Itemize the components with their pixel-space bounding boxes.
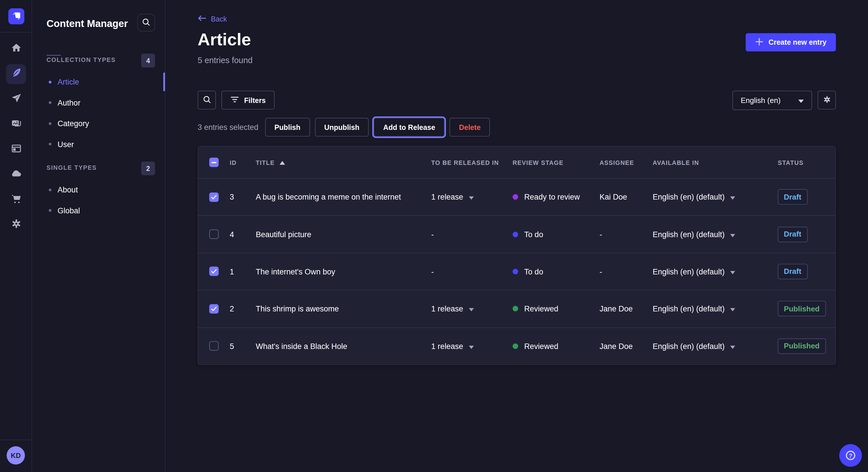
sidebar-item-marketplace[interactable]: [6, 190, 26, 209]
status-badge: Published: [778, 338, 826, 354]
status-badge: Draft: [778, 189, 807, 205]
bullet-icon: [49, 189, 52, 191]
sidebar-item-releases[interactable]: [6, 89, 26, 109]
row-checkbox[interactable]: [209, 341, 219, 351]
sidebar-item-content-manager[interactable]: [6, 64, 26, 84]
sidebar-item-media-library[interactable]: [6, 114, 26, 134]
nav-item-label: Category: [58, 119, 89, 128]
avatar[interactable]: KD: [7, 446, 25, 465]
chevron-down-icon: [730, 267, 735, 276]
sidebar-item-deploy-cloud[interactable]: [6, 165, 26, 184]
sidebar-item-category[interactable]: Category: [32, 114, 166, 133]
single-types-list: About Global: [32, 180, 166, 220]
sidebar-item-home[interactable]: [6, 39, 26, 59]
stage-dot: [513, 231, 518, 237]
publish-button[interactable]: Publish: [265, 118, 310, 137]
cell-assignee: -: [600, 267, 653, 276]
nav-item-label: About: [58, 185, 78, 194]
cell-review-stage: Reviewed: [513, 304, 600, 313]
table-row[interactable]: 4 Beautiful picture - To do - English (e…: [198, 215, 835, 252]
view-settings-button[interactable]: [817, 91, 836, 109]
stage-dot: [513, 343, 518, 349]
delete-button[interactable]: Delete: [450, 118, 490, 137]
cell-release[interactable]: 1 release: [431, 304, 513, 313]
chevron-down-icon: [798, 96, 804, 105]
sidebar-item-settings[interactable]: [6, 215, 26, 235]
question-icon: ?: [846, 451, 856, 460]
chevron-down-icon: [730, 230, 735, 239]
rail-divider: [0, 32, 32, 33]
create-new-entry-button[interactable]: Create new entry: [746, 33, 836, 52]
rail-nav: [6, 39, 26, 235]
cell-available-in[interactable]: English (en) (default): [653, 230, 778, 239]
filter-icon: [230, 96, 239, 104]
cell-release[interactable]: 1 release: [431, 341, 513, 350]
select-all-checkbox[interactable]: [209, 158, 219, 167]
cell-assignee: -: [600, 230, 653, 239]
filters-button[interactable]: Filters: [221, 91, 274, 109]
chevron-down-icon: [730, 341, 735, 350]
cell-title: Beautiful picture: [256, 230, 431, 239]
column-header-assignee[interactable]: ASSIGNEE: [600, 159, 653, 165]
cell-review-stage: To do: [513, 230, 600, 239]
cell-available-in[interactable]: English (en) (default): [653, 304, 778, 313]
cell-available-in[interactable]: English (en) (default): [653, 341, 778, 350]
section-label-single-types: SINGLE TYPES: [46, 164, 97, 171]
images-icon: [10, 117, 22, 131]
sidebar-item-about[interactable]: About: [32, 180, 166, 199]
back-link[interactable]: Back: [197, 15, 227, 23]
bulk-actions-bar: 3 entries selected Publish Unpublish Add…: [197, 118, 490, 137]
active-indicator: [163, 72, 165, 92]
gear-icon: [10, 218, 22, 232]
help-button[interactable]: ?: [839, 444, 862, 467]
cell-assignee: Kai Doe: [600, 193, 653, 202]
status-badge: Draft: [778, 227, 807, 242]
status-badge: Draft: [778, 264, 807, 279]
sidebar-item-article[interactable]: Article: [32, 72, 166, 92]
cell-release: -: [431, 230, 513, 239]
cell-release: -: [431, 267, 513, 276]
search-icon: [203, 95, 211, 105]
row-checkbox[interactable]: [209, 304, 219, 313]
unpublish-button[interactable]: Unpublish: [315, 118, 369, 137]
cell-available-in[interactable]: English (en) (default): [653, 267, 778, 276]
locale-value: English (en): [741, 96, 780, 105]
row-checkbox[interactable]: [209, 193, 219, 202]
main-content: Back Article 5 entries found Create new …: [166, 0, 868, 472]
column-header-title[interactable]: TITLE: [256, 159, 431, 165]
collection-types-list: Article Author Category User: [32, 72, 166, 154]
table-row[interactable]: 5 What's inside a Black Hole 1 release R…: [198, 327, 835, 365]
column-header-release[interactable]: TO BE RELEASED IN: [431, 159, 513, 165]
bullet-icon: [49, 143, 52, 146]
column-header-review-stage[interactable]: REVIEW STAGE: [513, 159, 600, 165]
chevron-down-icon: [730, 193, 735, 202]
row-checkbox[interactable]: [209, 230, 219, 239]
column-header-status[interactable]: STATUS: [778, 159, 836, 165]
add-to-release-button[interactable]: Add to Release: [374, 118, 445, 137]
sidebar-item-user[interactable]: User: [32, 135, 166, 154]
column-header-id[interactable]: ID: [229, 159, 256, 165]
cell-id: 5: [229, 341, 256, 350]
table-row[interactable]: 1 The internet's Own boy - To do - Engli…: [198, 252, 835, 290]
cloud-icon: [10, 167, 22, 181]
cell-release[interactable]: 1 release: [431, 193, 513, 202]
search-entries-button[interactable]: [197, 91, 216, 109]
row-checkbox[interactable]: [209, 267, 219, 276]
table-row[interactable]: 2 This shrimp is awesome 1 release Revie…: [198, 290, 835, 327]
status-badge: Published: [778, 301, 826, 316]
cell-id: 4: [229, 230, 256, 239]
cell-available-in[interactable]: English (en) (default): [653, 193, 778, 202]
sidebar-search-button[interactable]: [137, 14, 155, 32]
chevron-down-icon: [730, 304, 735, 313]
cell-title: A bug is becoming a meme on the internet: [256, 193, 431, 202]
sidebar-item-global[interactable]: Global: [32, 201, 166, 220]
sidebar-title: Content Manager: [46, 19, 128, 30]
cell-title: The internet's Own boy: [256, 267, 431, 276]
table-row[interactable]: 3 A bug is becoming a meme on the intern…: [198, 178, 835, 215]
column-header-available-in[interactable]: AVAILABLE IN: [653, 159, 778, 165]
sidebar-item-content-type-builder[interactable]: [6, 139, 26, 159]
app-root: KD Content Manager COLLECTION TYPES 4 Ar…: [0, 0, 868, 472]
sidebar-item-author[interactable]: Author: [32, 93, 166, 112]
strapi-logo-icon[interactable]: [8, 8, 24, 24]
locale-select[interactable]: English (en): [732, 91, 812, 110]
